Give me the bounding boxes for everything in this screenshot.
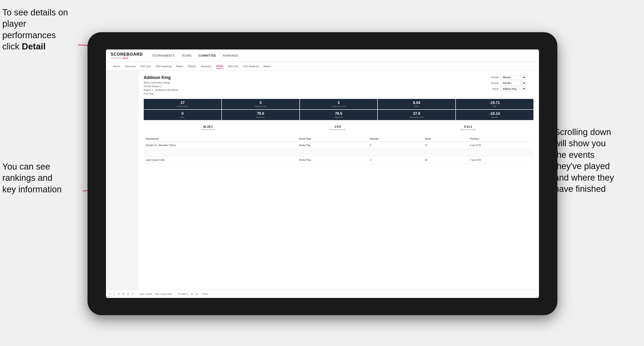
stat-sos: -19.71 SoS (456, 99, 534, 109)
toolbar-refresh[interactable]: ⟳ (118, 293, 120, 295)
record-overall-label: Overall Record (201, 128, 215, 131)
toolbar-settings[interactable]: ⊙ (132, 293, 134, 295)
toolbar-watch[interactable]: 👁 Watch ▾ (178, 293, 188, 295)
stats-grid-row1: 37 National Rank 3 Regional Rank 3 Confe… (144, 99, 534, 109)
toolbar-collapse[interactable]: ⊟ (127, 293, 129, 295)
sub-nav-summary2[interactable]: Summary (201, 64, 212, 69)
stat-conference-rank-value: 3 (301, 101, 376, 105)
stat-avg-score-label: Avg Score (223, 116, 298, 118)
stat-sos-value: -19.71 (457, 101, 532, 105)
record-top50-label: Record vs top 50 (460, 128, 476, 131)
table-body: Estrella CC- Mountain Classic Stroke Pla… (144, 142, 534, 164)
sub-nav-h2h-grid2[interactable]: H2H Grid (228, 64, 238, 69)
record-top50: 5-11-1 Record vs top 50 (460, 125, 476, 131)
content-area: Addison King Mesa Community College NJCA… (138, 71, 539, 290)
tournament-table: Tournament Event Type Rounds Score Posit… (144, 136, 534, 164)
filter-row-player: Player Addison King (488, 87, 534, 91)
main-content: Addison King Mesa Community College NJCA… (106, 71, 539, 290)
table-row: Estrella CC- Mountain Classic Stroke Pla… (144, 142, 534, 149)
logo-scoreboard: SCOREBOARD (110, 52, 143, 57)
player-name: Addison King (144, 75, 178, 80)
col-score: Score (423, 136, 468, 142)
cell-position-empty (468, 149, 534, 157)
sub-nav-h2h-heatmap[interactable]: H2H Heatmap (156, 64, 172, 69)
stat-regional-rank: 3 Regional Rank (222, 99, 300, 109)
nav-items: TOURNAMENTS TEAMS COMMITTEE RANKINGS (152, 53, 238, 58)
record-top25: 1-5-0 Record vs top 25 (330, 125, 346, 131)
stat-avg-sg-value: -10.14 (457, 112, 532, 116)
col-tournament: Tournament (144, 136, 297, 142)
sub-nav-teams[interactable]: Teams (113, 64, 120, 69)
filter-gender-select[interactable]: Women (501, 75, 526, 80)
toolbar-grid[interactable]: ⊞ (196, 293, 198, 295)
logo-area: SCOREBOARD Powered by clippd (110, 52, 143, 59)
cell-position-1: 4 out of 20 (468, 142, 534, 149)
toolbar-screen[interactable]: 🖥 (191, 293, 193, 295)
cell-event-type-2: Stroke Play (297, 157, 368, 164)
sub-nav-matrix2[interactable]: Matrix (264, 64, 270, 69)
toolbar-divider2 (175, 292, 175, 296)
cell-position-2: 7 out of 20 (468, 157, 534, 164)
toolbar-share[interactable]: ⤴ Share (200, 293, 208, 295)
nav-item-rankings[interactable]: RANKINGS (223, 53, 238, 58)
filter-row-gender: Gender Women (488, 75, 534, 80)
logo-powered: Powered by clippd (110, 57, 143, 59)
toolbar-redo[interactable]: ↪ (113, 293, 115, 295)
filter-player-select[interactable]: Addison King (501, 87, 526, 91)
stat-adj-score: 78.5 Adj Score (300, 110, 378, 120)
record-overall-value: 91-20-1 (201, 125, 215, 128)
record-overall: 91-20-1 Overall Record (201, 125, 215, 131)
cell-score-2: 16 (423, 157, 468, 164)
stat-conference-rank-label: Conference Rank (301, 105, 376, 107)
stat-conference-rank: 3 Conference Rank (300, 99, 378, 109)
cell-score-1: 17 (423, 142, 468, 149)
sub-nav-summary[interactable]: Summary (125, 64, 136, 69)
filter-division-select[interactable]: NJCAA I (501, 81, 526, 85)
stat-national-rank-value: 37 (145, 101, 220, 105)
cell-tournament-1: Estrella CC- Mountain Classic (144, 142, 297, 149)
sub-nav-h2h-grid[interactable]: H2H Grid (140, 64, 151, 69)
cell-tournament-empty (144, 149, 297, 157)
cell-event-type-empty (297, 149, 368, 157)
filter-gender-label: Gender (488, 76, 499, 79)
stat-points: 6.04 Points (378, 99, 455, 109)
sub-nav-players[interactable]: Players (188, 64, 196, 69)
player-year: First Year (144, 92, 154, 95)
table-header: Tournament Event Type Rounds Score Posit… (144, 136, 534, 142)
table-row (144, 149, 534, 157)
stat-avg-score-par: 27.8 Avg Score to Par (378, 110, 455, 120)
stat-national-rank: 37 National Rank (144, 99, 221, 109)
col-rounds: Rounds (368, 136, 423, 142)
record-top50-value: 5-11-1 (460, 125, 476, 128)
player-filters: Gender Women Division NJCAA I (488, 75, 534, 91)
toolbar-expand[interactable]: ⊞ (122, 293, 124, 295)
cell-tournament-2: Lady Coyote Invite (144, 157, 297, 164)
toolbar-save-custom[interactable]: Save Custom View (155, 293, 172, 295)
stat-avg-score-value: 79.6 (223, 112, 298, 116)
toolbar-undo[interactable]: ↩ (109, 293, 110, 295)
stat-points-value: 6.04 (379, 101, 454, 105)
filter-row-division: Division NJCAA I (488, 81, 534, 85)
nav-item-teams[interactable]: TEAMS (182, 53, 192, 58)
player-info: Addison King Mesa Community College NJCA… (144, 75, 178, 96)
nav-item-tournaments[interactable]: TOURNAMENTS (152, 53, 174, 58)
col-event-type: Event Type (297, 136, 368, 142)
sub-nav-detail[interactable]: Detail (216, 64, 223, 69)
stat-adj-score-label: Adj Score (301, 116, 376, 118)
sub-nav-h2h-heatmap2[interactable]: H2H Heatmap (243, 64, 259, 69)
nav-item-committee[interactable]: COMMITTEE (198, 53, 216, 58)
stat-wins: 0 Wins (144, 110, 221, 120)
stats-grid-row2: 0 Wins 79.6 Avg Score 78.5 Adj Score 27.… (144, 110, 534, 120)
tablet-screen: SCOREBOARD Powered by clippd TOURNAMENTS… (106, 49, 539, 298)
stat-adj-score-value: 78.5 (301, 112, 376, 116)
filter-division-label: Division (488, 82, 499, 84)
record-top25-label: Record vs top 25 (330, 128, 346, 131)
records-row: 91-20-1 Overall Record 1-5-0 Record vs t… (144, 123, 534, 133)
cell-score-empty (423, 149, 468, 157)
sub-nav-matrix[interactable]: Matrix (176, 64, 183, 69)
toolbar-view-original[interactable]: View: Original (139, 293, 152, 295)
nav-bar: SCOREBOARD Powered by clippd TOURNAMENTS… (106, 49, 539, 62)
stat-avg-score-par-label: Avg Score to Par (379, 116, 454, 118)
cell-rounds-1: 2 (368, 142, 423, 149)
bottom-toolbar: ↩ ↪ ⟳ ⊞ ⊟ ⊙ View: Original Save Custom V… (106, 290, 539, 298)
